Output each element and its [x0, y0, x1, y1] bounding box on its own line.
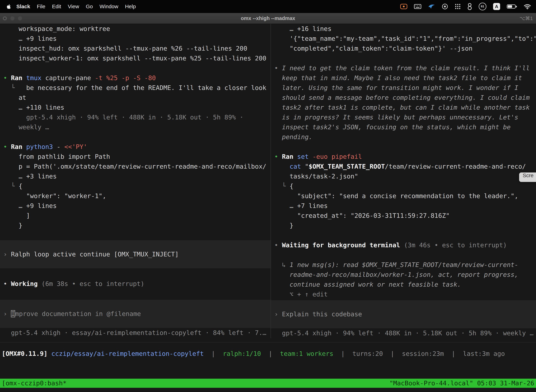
terminal-line: inspect task2's JSON, focusing on the st… — [271, 122, 536, 132]
text-segment: weekly … — [3, 123, 49, 131]
text-segment: ⌥ + ↑ edit — [274, 291, 328, 298]
menu-item-edit[interactable]: Edit — [49, 4, 65, 9]
terminal-line: should send a message before completing … — [271, 93, 536, 103]
swallow-app-icon[interactable] — [428, 4, 435, 9]
menu-bar: Slack File Edit View Go Window Help — [0, 0, 536, 13]
window-controls — [3, 16, 22, 20]
terminal-line — [0, 230, 270, 240]
terminal-line: • Ran python3 - <<'PY' — [0, 142, 270, 152]
text-segment: • — [274, 153, 282, 160]
text-segment: from pathlib import Path — [3, 153, 110, 160]
window-shortcut-hint: ⌥⌘1 — [519, 15, 533, 21]
battery-percentage-icon[interactable]: 61 — [479, 3, 486, 10]
text-segment: ↳ — [274, 261, 290, 268]
terminal-line: └ be necessary for the end of the README… — [0, 83, 270, 93]
prompt-bar[interactable]: › Ralph loop active continue [OMX_TMUX_I… — [0, 240, 270, 268]
close-button[interactable] — [3, 16, 7, 20]
wifi-icon[interactable] — [524, 4, 531, 9]
text-segment: $OMX_TEAM_STATE_ROOT — [309, 163, 385, 170]
tmux-session-window[interactable]: [omx-cczip0:bash* — [2, 379, 67, 388]
text-segment: at — [3, 94, 26, 101]
apple-logo-icon — [6, 4, 11, 9]
text-segment: readme-and-reco/mailbox/worker-1.json, a… — [274, 271, 518, 278]
terminal-line: "subject": "send a concise recommendatio… — [271, 191, 536, 201]
minimize-button[interactable] — [10, 16, 14, 20]
terminal-line: "completed","claim_token":"claim-token"}… — [271, 44, 536, 53]
text-segment: "subject": "send a concise recommendatio… — [274, 192, 518, 200]
text-segment: is in progress? It seems likely but perh… — [274, 114, 518, 121]
apple-menu-icon[interactable] — [4, 4, 13, 9]
battery-icon[interactable] — [507, 5, 517, 9]
terminal-line: is in progress? It seems likely but perh… — [271, 112, 536, 122]
text-segment: • — [3, 74, 11, 81]
terminal-pane-left[interactable]: workspace_mode: worktree … +9 lines insp… — [0, 24, 270, 338]
text-segment: { — [286, 182, 293, 190]
text-segment: ] — [3, 212, 30, 219]
terminal-line: • Ran set -euo pipefail — [271, 152, 536, 162]
input-source-icon[interactable]: A — [493, 3, 500, 10]
text-segment: inspect_worker-1: omx sparkshell --tmux-… — [3, 55, 266, 62]
terminal-line: readme-and-reco/mailbox/worker-1.json, a… — [271, 270, 536, 280]
terminal-line: ⌥ + ↑ edit — [271, 289, 536, 299]
terminal-line: p = Path('.omx/state/team/review-current… — [0, 162, 270, 171]
menu-item-file[interactable]: File — [34, 4, 48, 9]
text-segment: I — [11, 310, 15, 317]
window-title-bar[interactable]: omx --xhigh --madmax ⌥⌘1 — [0, 13, 536, 24]
menu-item-slack[interactable]: Slack — [13, 4, 34, 9]
horizontal-divider — [0, 342, 536, 342]
text-segment: team:1 workers — [280, 350, 333, 357]
text-segment: '{"team_name":"my-team","task_id":"1","f… — [274, 35, 536, 42]
text-segment: … +9 lines — [3, 35, 57, 42]
prompt-bar[interactable]: › Explain this codebase — [271, 300, 536, 328]
text-segment: gpt-5.4 xhigh · 94% left · 488K in · 5.1… — [274, 330, 534, 337]
zoom-button[interactable] — [18, 16, 22, 20]
spacer — [0, 289, 270, 300]
text-segment: } — [274, 222, 293, 229]
window-title: omx --xhigh --madmax — [241, 15, 295, 21]
prompt-bar[interactable]: › Improve documentation in @filename — [0, 300, 270, 328]
text-segment: last:3m ago — [463, 350, 505, 357]
terminal-line — [0, 132, 270, 142]
text-segment: later. Using the same for transition mig… — [274, 84, 518, 91]
spacer — [0, 268, 270, 279]
menu-item-window[interactable]: Window — [96, 4, 122, 9]
menu-bar-left: Slack File Edit View Go Window Help — [4, 4, 139, 9]
text-segment: | — [383, 350, 402, 357]
terminal-line: ↳ 1 new msg(s): read $OMX_TEAM_STATE_ROO… — [271, 260, 536, 270]
terminal-line: gpt-5.4 xhigh · 94% left · 488K in · 5.1… — [0, 112, 270, 122]
text-segment: Ralph loop active continue [OMX_TMUX_INJ… — [11, 251, 179, 258]
text-segment: | — [444, 350, 463, 357]
text-segment: tmux — [26, 74, 42, 81]
menu-item-help[interactable]: Help — [122, 4, 139, 9]
menu-item-view[interactable]: View — [64, 4, 82, 9]
stats-app-icon[interactable] — [467, 3, 472, 10]
terminal-line — [271, 230, 536, 240]
terminal-line — [0, 63, 270, 73]
terminal-line: cat "$OMX_TEAM_STATE_ROOT/team/review-cu… — [271, 162, 536, 171]
keyboard-icon[interactable] — [414, 4, 421, 9]
terminal-app-icon[interactable] — [442, 3, 448, 10]
text-segment: └ — [282, 182, 286, 190]
dots-grid-icon[interactable] — [455, 4, 461, 9]
text-segment: (3m 46s • esc to interrupt) — [404, 242, 507, 249]
terminal-line: } — [271, 221, 536, 230]
terminal-line — [271, 250, 536, 260]
notification-tooltip[interactable]: Scre — [519, 173, 536, 182]
text-segment: Explain this codebase — [282, 311, 362, 318]
omx-status-line: [OMX#0.11.9] cczip/essay/ai-reimplementa… — [0, 349, 536, 359]
text-segment: "worker": "worker-1", — [3, 192, 106, 200]
terminal-line: └ { — [271, 181, 536, 191]
terminal-line: • Ran tmux capture-pane -t %25 -p -S -80 — [0, 73, 270, 83]
text-segment: • — [274, 242, 282, 249]
text-segment: pending. — [274, 133, 312, 140]
screen-record-icon[interactable] — [400, 4, 407, 9]
terminal-line: later. Using the same for transition mig… — [271, 83, 536, 93]
terminal-pane-right[interactable]: … +16 lines '{"team_name":"my-team","tas… — [271, 24, 536, 338]
menu-item-go[interactable]: Go — [82, 4, 96, 9]
terminal-line — [271, 53, 536, 63]
text-segment: turns:20 — [352, 350, 383, 357]
text-segment: continue assigned work or next feasible … — [274, 281, 461, 288]
text-segment: task2 after task1 is complete, but can I… — [274, 104, 530, 111]
text-segment: [OMX#0.11.9] — [2, 350, 48, 357]
terminal-line — [271, 142, 536, 152]
